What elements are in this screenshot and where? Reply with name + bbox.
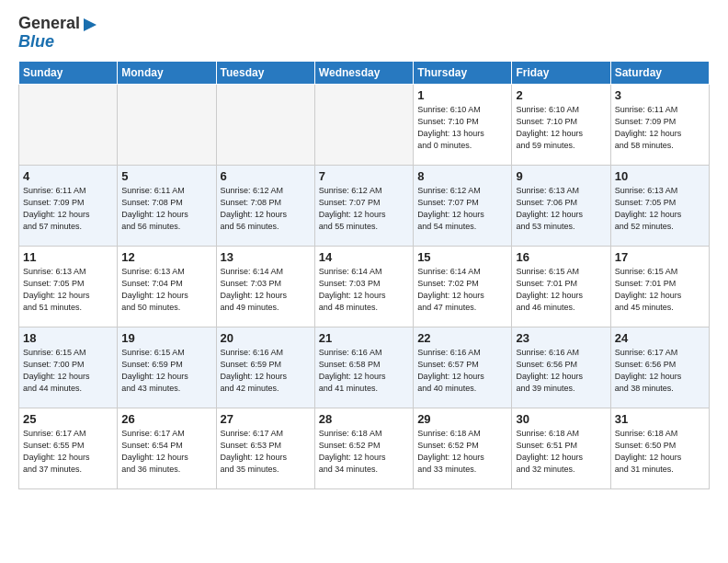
day-info: Sunrise: 6:12 AM Sunset: 7:07 PM Dayligh…	[417, 185, 507, 233]
day-number: 15	[417, 250, 507, 264]
day-number: 9	[516, 169, 606, 183]
day-number: 11	[23, 250, 113, 264]
day-cell: 6Sunrise: 6:12 AM Sunset: 7:08 PM Daylig…	[216, 165, 314, 246]
logo-general-row: General	[18, 15, 98, 33]
header-row: SundayMondayTuesdayWednesdayThursdayFrid…	[19, 61, 710, 84]
day-number: 6	[221, 169, 311, 183]
day-cell: 17Sunrise: 6:15 AM Sunset: 7:01 PM Dayli…	[610, 246, 709, 327]
day-cell	[314, 84, 413, 165]
day-number: 17	[615, 250, 705, 264]
day-cell: 7Sunrise: 6:12 AM Sunset: 7:07 PM Daylig…	[314, 165, 413, 246]
day-info: Sunrise: 6:16 AM Sunset: 6:57 PM Dayligh…	[417, 347, 507, 395]
day-cell: 20Sunrise: 6:16 AM Sunset: 6:59 PM Dayli…	[216, 327, 314, 408]
day-number: 14	[319, 250, 409, 264]
col-header-wednesday: Wednesday	[314, 61, 413, 84]
week-row-2: 4Sunrise: 6:11 AM Sunset: 7:09 PM Daylig…	[19, 165, 710, 246]
day-cell: 2Sunrise: 6:10 AM Sunset: 7:10 PM Daylig…	[512, 84, 610, 165]
day-info: Sunrise: 6:16 AM Sunset: 6:56 PM Dayligh…	[516, 347, 606, 395]
day-cell: 16Sunrise: 6:15 AM Sunset: 7:01 PM Dayli…	[512, 246, 610, 327]
col-header-monday: Monday	[118, 61, 216, 84]
day-number: 10	[615, 169, 705, 183]
logo-arrow-icon	[82, 17, 98, 33]
day-cell: 30Sunrise: 6:18 AM Sunset: 6:51 PM Dayli…	[512, 408, 610, 488]
svg-marker-0	[84, 18, 97, 31]
day-info: Sunrise: 6:12 AM Sunset: 7:07 PM Dayligh…	[319, 185, 409, 233]
day-cell: 26Sunrise: 6:17 AM Sunset: 6:54 PM Dayli…	[118, 408, 216, 488]
day-info: Sunrise: 6:18 AM Sunset: 6:50 PM Dayligh…	[615, 428, 705, 476]
day-number: 19	[121, 331, 211, 345]
day-cell: 31Sunrise: 6:18 AM Sunset: 6:50 PM Dayli…	[610, 408, 709, 488]
day-cell: 24Sunrise: 6:17 AM Sunset: 6:56 PM Dayli…	[610, 327, 709, 408]
day-info: Sunrise: 6:10 AM Sunset: 7:10 PM Dayligh…	[417, 104, 507, 152]
day-number: 2	[516, 88, 606, 102]
day-number: 16	[516, 250, 606, 264]
day-cell: 27Sunrise: 6:17 AM Sunset: 6:53 PM Dayli…	[216, 408, 314, 488]
week-row-1: 1Sunrise: 6:10 AM Sunset: 7:10 PM Daylig…	[19, 84, 710, 165]
day-info: Sunrise: 6:16 AM Sunset: 6:59 PM Dayligh…	[221, 347, 311, 395]
col-header-tuesday: Tuesday	[216, 61, 314, 84]
day-number: 5	[121, 169, 211, 183]
day-number: 13	[221, 250, 311, 264]
day-info: Sunrise: 6:12 AM Sunset: 7:08 PM Dayligh…	[221, 185, 311, 233]
day-cell: 14Sunrise: 6:14 AM Sunset: 7:03 PM Dayli…	[314, 246, 413, 327]
day-cell: 28Sunrise: 6:18 AM Sunset: 6:52 PM Dayli…	[314, 408, 413, 488]
day-cell: 25Sunrise: 6:17 AM Sunset: 6:55 PM Dayli…	[19, 408, 118, 488]
logo: General Blue	[18, 15, 98, 52]
day-number: 20	[221, 331, 311, 345]
day-info: Sunrise: 6:17 AM Sunset: 6:55 PM Dayligh…	[23, 428, 113, 476]
day-number: 8	[417, 169, 507, 183]
logo-blue-text: Blue	[18, 33, 98, 52]
day-cell: 1Sunrise: 6:10 AM Sunset: 7:10 PM Daylig…	[414, 84, 512, 165]
logo-block: General Blue	[18, 15, 98, 52]
day-cell	[19, 84, 118, 165]
day-info: Sunrise: 6:11 AM Sunset: 7:08 PM Dayligh…	[121, 185, 211, 233]
day-cell: 15Sunrise: 6:14 AM Sunset: 7:02 PM Dayli…	[414, 246, 512, 327]
day-number: 21	[319, 331, 409, 345]
day-number: 29	[417, 412, 507, 426]
day-cell	[216, 84, 314, 165]
day-number: 4	[23, 169, 113, 183]
day-number: 25	[23, 412, 113, 426]
day-info: Sunrise: 6:10 AM Sunset: 7:10 PM Dayligh…	[516, 104, 606, 152]
day-info: Sunrise: 6:18 AM Sunset: 6:52 PM Dayligh…	[417, 428, 507, 476]
day-info: Sunrise: 6:14 AM Sunset: 7:02 PM Dayligh…	[417, 266, 507, 314]
day-number: 1	[417, 88, 507, 102]
col-header-friday: Friday	[512, 61, 610, 84]
page: General Blue SundayMondayTuesdayWednesda…	[0, 0, 728, 563]
day-number: 24	[615, 331, 705, 345]
day-info: Sunrise: 6:15 AM Sunset: 7:01 PM Dayligh…	[516, 266, 606, 314]
header: General Blue	[18, 15, 710, 52]
day-number: 26	[121, 412, 211, 426]
day-info: Sunrise: 6:15 AM Sunset: 7:00 PM Dayligh…	[23, 347, 113, 395]
day-number: 30	[516, 412, 606, 426]
day-info: Sunrise: 6:15 AM Sunset: 7:01 PM Dayligh…	[615, 266, 705, 314]
logo-general-text: General	[18, 15, 80, 33]
day-info: Sunrise: 6:17 AM Sunset: 6:53 PM Dayligh…	[221, 428, 311, 476]
day-info: Sunrise: 6:11 AM Sunset: 7:09 PM Dayligh…	[23, 185, 113, 233]
week-row-3: 11Sunrise: 6:13 AM Sunset: 7:05 PM Dayli…	[19, 246, 710, 327]
day-info: Sunrise: 6:18 AM Sunset: 6:51 PM Dayligh…	[516, 428, 606, 476]
day-number: 18	[23, 331, 113, 345]
day-cell: 11Sunrise: 6:13 AM Sunset: 7:05 PM Dayli…	[19, 246, 118, 327]
day-info: Sunrise: 6:13 AM Sunset: 7:05 PM Dayligh…	[23, 266, 113, 314]
day-cell: 3Sunrise: 6:11 AM Sunset: 7:09 PM Daylig…	[610, 84, 709, 165]
day-cell: 12Sunrise: 6:13 AM Sunset: 7:04 PM Dayli…	[118, 246, 216, 327]
day-info: Sunrise: 6:18 AM Sunset: 6:52 PM Dayligh…	[319, 428, 409, 476]
day-cell	[118, 84, 216, 165]
day-number: 28	[319, 412, 409, 426]
day-cell: 19Sunrise: 6:15 AM Sunset: 6:59 PM Dayli…	[118, 327, 216, 408]
day-cell: 5Sunrise: 6:11 AM Sunset: 7:08 PM Daylig…	[118, 165, 216, 246]
day-info: Sunrise: 6:17 AM Sunset: 6:56 PM Dayligh…	[615, 347, 705, 395]
day-number: 12	[121, 250, 211, 264]
week-row-5: 25Sunrise: 6:17 AM Sunset: 6:55 PM Dayli…	[19, 408, 710, 488]
calendar-table: SundayMondayTuesdayWednesdayThursdayFrid…	[18, 61, 710, 489]
col-header-saturday: Saturday	[610, 61, 709, 84]
day-number: 7	[319, 169, 409, 183]
day-info: Sunrise: 6:11 AM Sunset: 7:09 PM Dayligh…	[615, 104, 705, 152]
day-info: Sunrise: 6:13 AM Sunset: 7:06 PM Dayligh…	[516, 185, 606, 233]
col-header-thursday: Thursday	[414, 61, 512, 84]
day-info: Sunrise: 6:14 AM Sunset: 7:03 PM Dayligh…	[221, 266, 311, 314]
day-number: 31	[615, 412, 705, 426]
day-cell: 9Sunrise: 6:13 AM Sunset: 7:06 PM Daylig…	[512, 165, 610, 246]
day-cell: 8Sunrise: 6:12 AM Sunset: 7:07 PM Daylig…	[414, 165, 512, 246]
